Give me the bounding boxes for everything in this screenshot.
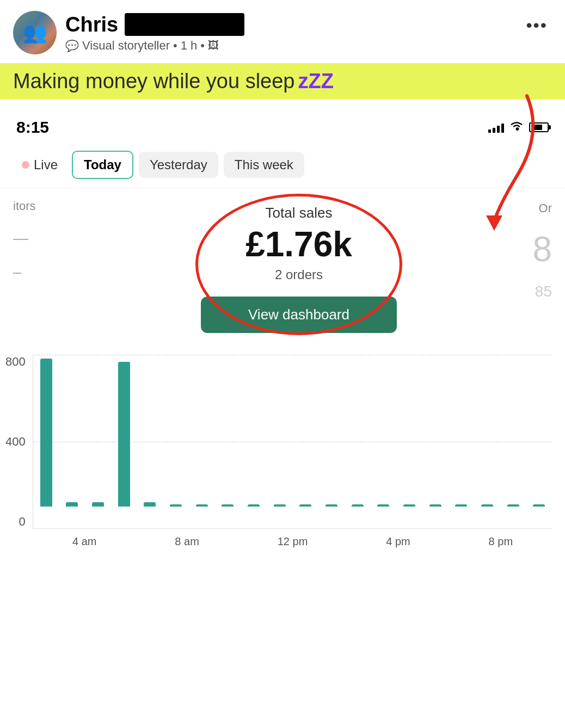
chart-bar xyxy=(170,504,182,507)
chart-x-12pm: 12 pm xyxy=(278,535,308,548)
chart-x-4pm: 4 pm xyxy=(386,535,410,548)
headline-banner: Making money while you sleep zZZ xyxy=(0,63,565,100)
user-name-redacted xyxy=(125,13,244,36)
chart-bar-group xyxy=(111,362,137,507)
chart-bar-group xyxy=(189,504,215,507)
chart-bar-group xyxy=(59,502,85,507)
visitors-label: itors xyxy=(13,199,78,213)
chart-bar xyxy=(196,504,208,507)
chart-bar xyxy=(481,504,493,507)
user-info: Chris 💬 Visual storyteller • 1 h • 🖼 xyxy=(65,13,244,53)
avatar xyxy=(13,11,57,54)
chart-x-8pm: 8 pm xyxy=(489,535,513,548)
chart-bar xyxy=(326,504,337,507)
chart-bar-group xyxy=(241,504,267,507)
signal-bar-3 xyxy=(497,126,500,133)
chart-bar xyxy=(40,359,52,507)
chart-bar xyxy=(66,502,78,507)
chart-bar-group xyxy=(371,504,397,507)
chart-bar xyxy=(403,504,415,507)
chat-icon: 💬 xyxy=(65,39,79,52)
chart-area: 800 400 0 4 am 8 am 12 pm 4 pm 8 pm xyxy=(0,344,565,562)
chart-bar-group xyxy=(85,502,111,507)
orders-right-value2: 85 xyxy=(535,283,552,300)
chart-bar-group xyxy=(422,504,449,507)
battery-fill xyxy=(531,125,542,130)
user-name-row: Chris xyxy=(65,13,244,36)
stats-center: Total sales £1.76k 2 orders View dashboa… xyxy=(78,199,519,333)
signal-bar-1 xyxy=(488,129,491,133)
chart-bar xyxy=(352,504,364,507)
chart-bar xyxy=(377,504,389,507)
chart-x-4am: 4 am xyxy=(72,535,96,548)
tab-live-label: Live xyxy=(34,157,58,172)
signal-bar-2 xyxy=(493,128,495,133)
chart-bar-group xyxy=(474,504,500,507)
chart-bar-group xyxy=(396,504,422,507)
user-subtitle: 💬 Visual storyteller • 1 h • 🖼 xyxy=(65,39,244,53)
chart-bars-wrapper xyxy=(33,355,552,507)
signal-bar-4 xyxy=(501,124,504,133)
battery-icon xyxy=(529,122,549,132)
post-time: 1 h xyxy=(181,39,198,53)
tab-today[interactable]: Today xyxy=(72,151,133,179)
chart-y-label-400: 400 xyxy=(5,435,26,449)
chart-bar xyxy=(455,504,467,507)
chart-inner: 4 am 8 am 12 pm 4 pm 8 pm xyxy=(33,355,552,529)
post-header-left: Chris 💬 Visual storyteller • 1 h • 🖼 xyxy=(13,11,244,54)
chart-bar-group xyxy=(449,504,475,507)
tab-yesterday[interactable]: Yesterday xyxy=(139,152,218,178)
chart-y-labels: 800 400 0 xyxy=(5,355,26,529)
tab-this-week[interactable]: This week xyxy=(224,152,304,178)
headline-text: Making money while you sleep xyxy=(13,70,295,93)
chart-bar-group xyxy=(526,504,552,507)
wifi-icon xyxy=(509,120,524,134)
chart-bar-group xyxy=(345,504,371,507)
zzz-emoji: zZZ xyxy=(298,70,334,93)
red-oval-annotation xyxy=(195,194,402,335)
chart-bar xyxy=(533,504,545,507)
chart-bar-group xyxy=(137,502,163,507)
user-role: Visual storyteller xyxy=(82,39,170,53)
chart-x-labels: 4 am 8 am 12 pm 4 pm 8 pm xyxy=(33,535,552,548)
chart-bar-group xyxy=(318,504,345,507)
chart-y-label-0: 0 xyxy=(19,515,25,529)
subtitle-dot2: • xyxy=(200,39,205,53)
more-options-button[interactable]: ••• xyxy=(521,11,552,40)
chart-bar-group xyxy=(215,504,241,507)
post-header: Chris 💬 Visual storyteller • 1 h • 🖼 ••• xyxy=(0,0,565,61)
status-icons xyxy=(488,120,549,134)
chart-bar-group xyxy=(500,504,526,507)
chart-bar xyxy=(222,504,234,507)
chart-bar-group xyxy=(163,504,189,507)
status-time: 8:15 xyxy=(16,118,49,137)
tab-live[interactable]: Live xyxy=(13,152,66,178)
subtitle-dot: • xyxy=(173,39,177,53)
user-name: Chris xyxy=(65,13,118,36)
chart-bar xyxy=(92,502,104,507)
chart-bar xyxy=(429,504,441,507)
chart-bar-group xyxy=(267,504,293,507)
chart-bar-group xyxy=(33,359,59,507)
chart-bar xyxy=(118,362,130,507)
image-icon: 🖼 xyxy=(208,39,219,52)
visitors-value2: – xyxy=(13,263,78,281)
orders-right-value: 8 xyxy=(532,232,552,267)
orders-right-label: Or xyxy=(539,201,552,215)
chart-bar xyxy=(144,502,156,507)
chart-x-8am: 8 am xyxy=(175,535,199,548)
chart-bar xyxy=(299,504,311,507)
chart-bar xyxy=(507,504,519,507)
phone-screenshot: 8:15 Live Today xyxy=(0,110,565,562)
signal-bars-icon xyxy=(488,122,504,133)
chart-y-label-800: 800 xyxy=(5,355,26,369)
status-bar: 8:15 xyxy=(0,110,565,142)
stats-area: itors — – Total sales £1.76k 2 orders Vi… xyxy=(0,188,565,344)
visitors-value: — xyxy=(13,230,78,247)
chart-bar xyxy=(248,504,260,507)
stats-left: itors — – xyxy=(13,199,78,281)
live-dot-icon xyxy=(22,161,29,169)
chart-bar xyxy=(274,504,286,507)
tabs-row: Live Today Yesterday This week xyxy=(0,142,565,188)
stats-right: Or 8 85 xyxy=(519,199,552,300)
